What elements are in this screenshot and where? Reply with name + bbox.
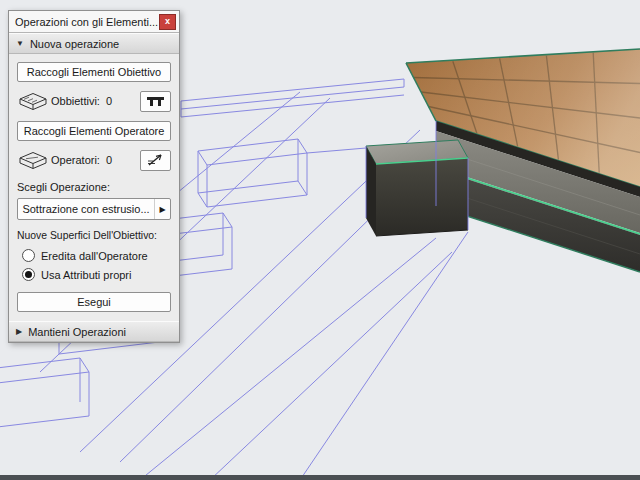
- operator-counter-value: 0: [106, 154, 112, 166]
- target-counter: Obbiettivi: 0: [49, 95, 140, 107]
- chevron-right-icon: ▶: [16, 328, 22, 336]
- operation-dropdown[interactable]: Sottrazione con estrusio... ▶: [17, 198, 171, 220]
- pen-arrow-icon: [146, 153, 165, 167]
- palette-title: Operazioni con gli Elementi...: [15, 16, 159, 28]
- section-nuova-operazione[interactable]: ▼ Nuova operazione: [9, 33, 179, 54]
- pick-target-button[interactable]: [140, 91, 171, 112]
- solid-operations-palette: Operazioni con gli Elementi... x ▼ Nuova…: [8, 10, 180, 343]
- collect-target-button[interactable]: Raccogli Elementi Obiettivo: [17, 62, 171, 82]
- section-nuova-label: Nuova operazione: [30, 38, 119, 50]
- close-icon[interactable]: x: [159, 14, 176, 30]
- radio-own-label: Usa Attributi propri: [41, 269, 131, 281]
- bench-icon: [146, 94, 165, 108]
- collect-operator-button[interactable]: Raccogli Elementi Operatore: [17, 121, 171, 141]
- dropdown-arrow-icon: ▶: [154, 199, 170, 219]
- target-counter-label: Obbiettivi:: [51, 95, 100, 107]
- operation-dropdown-value: Sottrazione con estrusio...: [18, 203, 154, 215]
- radio-inherit-label: Eredita dall'Operatore: [41, 250, 148, 262]
- radio-inherit-operator[interactable]: Eredita dall'Operatore: [22, 249, 171, 262]
- operator-counter-label: Operatori:: [51, 154, 100, 166]
- section-mantieni-label: Mantieni Operazioni: [28, 326, 126, 338]
- radio-use-own-attributes[interactable]: Usa Attributi propri: [22, 268, 171, 281]
- radio-icon: [22, 249, 35, 262]
- operator-counter: Operatori: 0: [49, 154, 140, 166]
- operator-elements-icon: [17, 149, 49, 171]
- new-surfaces-label: Nuove Superfici Dell'Obiettivo:: [17, 230, 171, 241]
- radio-icon: [22, 268, 35, 281]
- chevron-down-icon: ▼: [16, 40, 24, 48]
- execute-button[interactable]: Esegui: [17, 292, 171, 312]
- pick-operator-button[interactable]: [140, 150, 171, 171]
- target-counter-value: 0: [106, 95, 112, 107]
- choose-operation-label: Scegli Operazione:: [17, 181, 171, 193]
- window-bottom-edge: [0, 475, 640, 480]
- palette-content: Raccogli Elementi Obiettivo Obbiettivi: …: [9, 54, 179, 321]
- step-front-face: [376, 158, 468, 236]
- target-counter-row: Obbiettivi: 0: [17, 90, 171, 112]
- operator-counter-row: Operatori: 0: [17, 149, 171, 171]
- target-elements-icon: [17, 90, 49, 112]
- section-mantieni-operazioni[interactable]: ▶ Mantieni Operazioni: [9, 321, 179, 342]
- palette-titlebar[interactable]: Operazioni con gli Elementi... x: [9, 11, 179, 33]
